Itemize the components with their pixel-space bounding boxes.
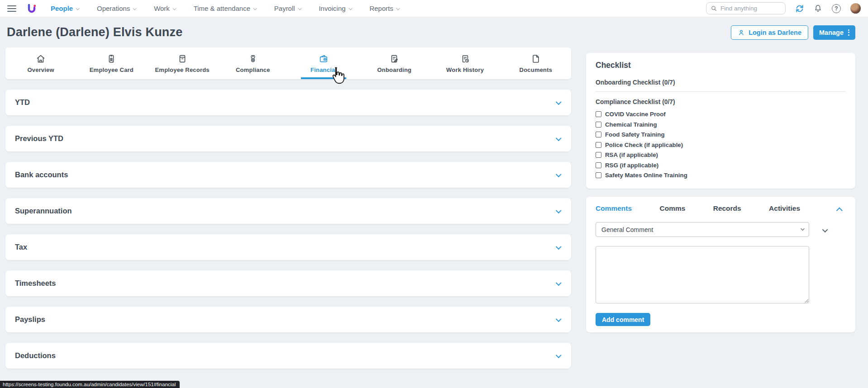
tab-onboarding[interactable]: Onboarding [359, 47, 429, 79]
checklist-item: Police Check (if applicable) [596, 142, 846, 148]
tab-activities[interactable]: Activities [769, 204, 800, 213]
checkbox-rsg[interactable] [596, 162, 601, 168]
section-bank-accounts[interactable]: Bank accounts [5, 162, 571, 188]
tab-work-history[interactable]: Work History [430, 47, 501, 79]
section-tax[interactable]: Tax [5, 234, 571, 260]
chevron-down-icon [133, 6, 137, 10]
user-avatar[interactable] [850, 3, 861, 14]
section-deductions[interactable]: Deductions [5, 343, 571, 369]
chevron-down-icon [822, 227, 828, 232]
tab-employee-card[interactable]: Employee Card [76, 47, 147, 79]
checkbox-food-safety-training[interactable] [596, 132, 601, 137]
checklist-item: Food Safety Training [596, 131, 846, 138]
divider [596, 91, 846, 92]
checkbox-covid-vaccine-proof[interactable] [596, 111, 601, 117]
add-comment-button[interactable]: Add comment [596, 313, 650, 326]
tab-compliance[interactable]: Compliance [218, 47, 288, 79]
bell-icon [814, 4, 822, 13]
checklist-title: Checklist [596, 61, 846, 70]
kebab-menu-icon [848, 29, 849, 36]
nav-item-people[interactable]: People [51, 5, 79, 12]
checklist-item: COVID Vaccine Proof [596, 111, 846, 118]
notifications-button[interactable] [814, 4, 822, 13]
foundu-logo[interactable] [26, 3, 37, 14]
tab-comments[interactable]: Comments [596, 204, 632, 213]
main-menu: People Operations Work Time & attendance… [51, 5, 399, 12]
checkbox-safety-mates-online-training[interactable] [596, 172, 601, 178]
onboarding-checklist-heading[interactable]: Onboarding Checklist (0/7) [596, 79, 846, 86]
checklist-item: RSG (if applicable) [596, 162, 846, 169]
expand-options-button[interactable] [823, 226, 827, 234]
tab-records[interactable]: Records [713, 204, 741, 213]
section-ytd[interactable]: YTD [5, 90, 571, 115]
hamburger-menu-icon[interactable] [7, 5, 16, 12]
comments-card: Comments Comms Records Activities Genera… [586, 197, 855, 332]
help-button[interactable]: ? [832, 4, 841, 13]
search-input[interactable] [720, 5, 775, 12]
help-icon: ? [832, 4, 841, 13]
employee-detail-panel: Overview Employee Card Employee Records … [5, 47, 571, 369]
chevron-down-icon [556, 99, 560, 107]
chevron-down-icon [801, 227, 805, 231]
search-icon [711, 5, 717, 12]
tab-overview[interactable]: Overview [5, 47, 76, 79]
chevron-down-icon [556, 243, 560, 251]
chevron-down-icon [348, 6, 352, 10]
section-superannuation[interactable]: Superannuation [5, 198, 571, 224]
nav-item-time-attendance[interactable]: Time & attendance [194, 5, 256, 12]
section-payslips[interactable]: Payslips [5, 307, 571, 332]
manage-button[interactable]: Manage [813, 25, 855, 40]
chevron-down-icon [556, 135, 560, 143]
sidebar-panel: Checklist Onboarding Checklist (0/7) Com… [586, 47, 855, 332]
tab-comms[interactable]: Comms [659, 204, 685, 213]
chevron-down-icon [556, 207, 560, 215]
nav-item-invoicing[interactable]: Invoicing [319, 5, 351, 12]
document-clock-icon [460, 54, 470, 64]
chevron-down-icon [76, 6, 80, 10]
sync-button[interactable] [795, 4, 804, 13]
chevron-down-icon [298, 6, 301, 10]
comment-textarea[interactable] [596, 246, 809, 303]
page-header: Darlene (Darlene) Elvis Kunze Login as D… [0, 17, 868, 47]
comment-type-select[interactable]: General Comment [596, 222, 809, 237]
medal-icon [248, 54, 258, 64]
global-search [706, 2, 786, 14]
nav-item-payroll[interactable]: Payroll [274, 5, 301, 12]
chevron-down-icon [556, 352, 560, 360]
top-navigation-bar: People Operations Work Time & attendance… [0, 0, 868, 17]
compliance-checklist-heading[interactable]: Compliance Checklist (0/7) [596, 99, 846, 105]
login-as-button[interactable]: Login as Darlene [731, 25, 808, 40]
tab-documents[interactable]: Documents [501, 47, 571, 79]
checklist-item: Chemical Training [596, 121, 846, 128]
clipboard-edit-icon [389, 54, 399, 64]
chevron-down-icon [396, 6, 400, 10]
collapse-panel-button[interactable] [837, 207, 842, 215]
employee-tab-bar: Overview Employee Card Employee Records … [5, 47, 571, 79]
tab-financial[interactable]: Financial [288, 47, 359, 79]
chevron-up-icon [836, 208, 843, 214]
chevron-down-icon [556, 316, 560, 324]
chevron-down-icon [172, 6, 176, 10]
chevron-down-icon [556, 279, 560, 288]
chevron-down-icon [253, 6, 257, 10]
page-title: Darlene (Darlene) Elvis Kunze [7, 25, 182, 39]
checkbox-chemical-training[interactable] [596, 122, 601, 128]
checkbox-police-check[interactable] [596, 142, 601, 148]
checklist-item: RSA (if applicable) [596, 151, 846, 158]
checklist-item: Safety Mates Online Training [596, 172, 846, 179]
id-card-icon [106, 54, 116, 64]
person-icon [738, 29, 745, 36]
wallet-icon [319, 54, 329, 64]
checkbox-rsa[interactable] [596, 152, 601, 158]
nav-item-reports[interactable]: Reports [369, 5, 399, 12]
section-previous-ytd[interactable]: Previous YTD [5, 126, 571, 151]
sync-icon [795, 4, 804, 13]
archive-icon [177, 54, 187, 64]
nav-item-work[interactable]: Work [154, 5, 176, 12]
nav-item-operations[interactable]: Operations [97, 5, 136, 12]
chevron-down-icon [556, 171, 560, 179]
checklist-card: Checklist Onboarding Checklist (0/7) Com… [586, 53, 855, 189]
section-timesheets[interactable]: Timesheets [5, 270, 571, 296]
tab-employee-records[interactable]: Employee Records [147, 47, 218, 79]
link-preview-statusbar: https://screens-testing.foundu.com.au/ad… [0, 381, 180, 388]
